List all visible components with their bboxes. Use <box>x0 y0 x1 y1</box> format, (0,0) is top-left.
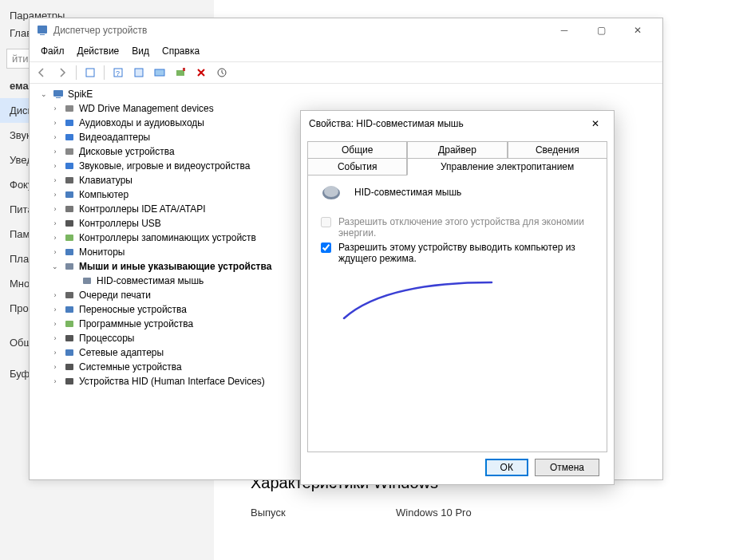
collapse-icon[interactable]: ⌄ <box>50 262 60 270</box>
dm-title: Диспетчер устройств <box>53 25 546 36</box>
tree-node-label: Процессоры <box>79 333 135 344</box>
tab-driver[interactable]: Драйвер <box>407 141 507 159</box>
props-titlebar[interactable]: Свойства: HID-совместимая мышь ✕ <box>301 111 614 136</box>
svg-rect-16 <box>65 163 73 169</box>
expand-icon[interactable]: › <box>50 119 60 127</box>
dialog-buttons: ОК Отмена <box>307 452 607 483</box>
svg-rect-17 <box>65 177 73 183</box>
print-icon <box>63 289 76 302</box>
tab-content: HID-совместимая мышь Разрешить отключени… <box>307 175 607 452</box>
svg-rect-29 <box>65 349 73 356</box>
ide-icon <box>63 203 76 215</box>
expand-icon[interactable]: › <box>50 176 60 184</box>
keyboard-icon <box>63 174 76 187</box>
sys-icon <box>63 361 76 373</box>
spec-edition-row: Выпуск Windows 10 Pro <box>251 507 755 519</box>
gear-icon <box>63 102 76 115</box>
portable-icon <box>63 303 76 316</box>
annotation-curve <box>336 278 496 326</box>
tree-root[interactable]: ⌄ SpikE <box>33 87 659 101</box>
dm-toolbar: ? <box>30 62 662 84</box>
tree-node-label: Видеоадаптеры <box>79 132 150 143</box>
device-header: HID-совместимая мышь <box>318 183 597 202</box>
help-toolbar-icon[interactable]: ? <box>109 64 127 81</box>
menu-action[interactable]: Действие <box>71 44 126 58</box>
expand-icon[interactable]: › <box>50 306 60 314</box>
menu-help[interactable]: Справка <box>156 44 206 58</box>
gpu-icon <box>63 131 76 144</box>
expand-icon[interactable]: › <box>50 219 60 227</box>
scan-toolbar-icon[interactable] <box>172 64 189 81</box>
svg-rect-28 <box>65 335 73 341</box>
ok-button[interactable]: ОК <box>485 459 528 476</box>
allow-wake-checkbox[interactable] <box>321 243 331 253</box>
show-toolbar-icon[interactable] <box>151 64 168 81</box>
expand-icon[interactable]: › <box>50 320 60 328</box>
hid-icon <box>63 375 76 388</box>
expand-icon[interactable]: › <box>50 162 60 170</box>
expand-icon[interactable]: › <box>50 205 60 213</box>
expand-icon[interactable]: › <box>50 363 60 371</box>
svg-rect-8 <box>183 68 185 71</box>
tab-general[interactable]: Общие <box>307 141 407 159</box>
mouse-icon <box>63 260 76 273</box>
svg-rect-15 <box>65 148 73 155</box>
properties-toolbar-icon[interactable] <box>81 64 99 81</box>
tab-details[interactable]: Сведения <box>508 141 607 159</box>
svg-rect-0 <box>38 26 47 34</box>
tree-node-label: Звуковые, игровые и видеоустройства <box>79 160 250 172</box>
expand-icon[interactable]: › <box>50 334 60 342</box>
close-button[interactable]: ✕ <box>619 18 656 42</box>
cancel-button[interactable]: Отмена <box>535 459 599 476</box>
monitor-icon <box>63 246 76 258</box>
tree-node-label: Контроллеры USB <box>79 218 161 229</box>
back-icon[interactable] <box>33 64 50 81</box>
tree-node-label: Компьютер <box>79 189 128 200</box>
expand-icon[interactable]: › <box>50 105 60 112</box>
svg-rect-5 <box>135 69 143 77</box>
device-name-label: HID-совместимая мышь <box>354 187 461 198</box>
expand-icon[interactable]: › <box>50 191 60 199</box>
disk-icon <box>63 145 76 158</box>
expand-icon[interactable]: › <box>50 234 60 242</box>
svg-rect-23 <box>65 263 73 270</box>
dm-titlebar[interactable]: Диспетчер устройств ─ ▢ ✕ <box>30 18 662 42</box>
svg-rect-11 <box>56 97 61 98</box>
svg-rect-25 <box>65 292 73 298</box>
update-toolbar-icon[interactable] <box>130 64 148 81</box>
expand-icon[interactable]: › <box>50 248 60 256</box>
storage-icon <box>63 231 76 244</box>
computer-icon <box>52 88 65 101</box>
audio-icon <box>63 116 76 129</box>
tab-events[interactable]: События <box>307 158 407 175</box>
expand-icon[interactable]: › <box>50 291 60 299</box>
tree-node-label: Мыши и иные указывающие устройства <box>79 261 271 272</box>
dm-app-icon <box>36 24 49 37</box>
tree-node-label: Контроллеры запоминающих устройств <box>79 232 256 243</box>
expand-icon[interactable]: › <box>50 377 60 385</box>
allow-wake-row[interactable]: Разрешить этому устройству выводить комп… <box>318 242 597 264</box>
menu-file[interactable]: Файл <box>34 44 71 58</box>
svg-point-33 <box>324 186 338 197</box>
collapse-icon[interactable]: ⌄ <box>39 90 49 98</box>
svg-rect-26 <box>65 306 73 313</box>
svg-rect-21 <box>65 235 73 241</box>
forward-icon[interactable] <box>53 64 71 81</box>
props-close-icon[interactable]: ✕ <box>585 118 606 129</box>
svg-rect-18 <box>65 191 73 198</box>
minimize-button[interactable]: ─ <box>546 18 583 42</box>
uninstall-toolbar-icon[interactable] <box>213 64 231 81</box>
spec-edition-value: Windows 10 Pro <box>396 507 472 519</box>
tree-node-label: Системные устройства <box>79 361 182 373</box>
usb-icon <box>63 217 76 230</box>
svg-rect-13 <box>65 120 73 126</box>
expand-icon[interactable]: › <box>50 148 60 156</box>
menu-view[interactable]: Вид <box>125 44 156 58</box>
svg-text:?: ? <box>116 69 120 77</box>
tab-power-management[interactable]: Управление электропитанием <box>407 158 607 175</box>
maximize-button[interactable]: ▢ <box>583 18 619 42</box>
expand-icon[interactable]: › <box>50 133 60 141</box>
remove-toolbar-icon[interactable] <box>192 64 210 81</box>
expand-icon[interactable]: › <box>50 349 60 357</box>
svg-rect-10 <box>53 90 63 97</box>
